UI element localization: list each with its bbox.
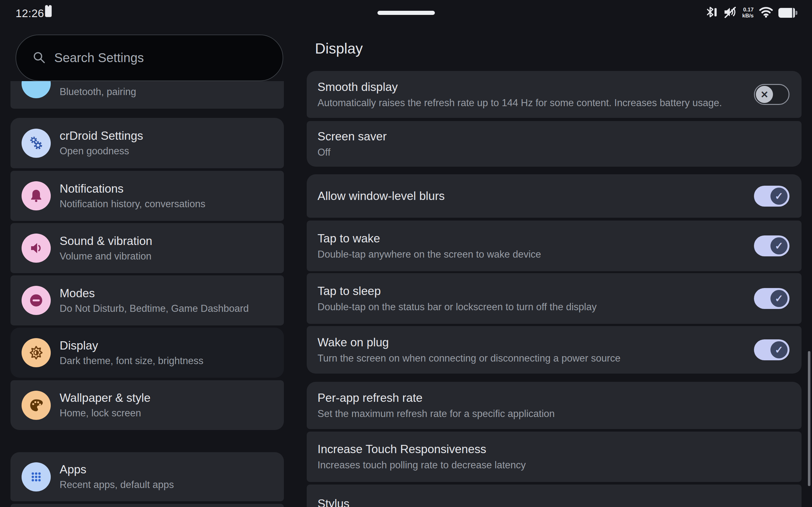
- row-title: Smooth display: [317, 80, 741, 94]
- toggle-thumb: [770, 290, 788, 307]
- sidebar-item-modes[interactable]: Modes Do Not Disturb, Bedtime, Game Dash…: [10, 275, 284, 326]
- row-title: Screen saver: [317, 130, 741, 143]
- network-speed-unit: kB/s: [742, 13, 754, 19]
- bluetooth-connected-icon: [704, 5, 717, 20]
- row-tap-to-sleep[interactable]: Tap to sleep Double-tap on the status ba…: [307, 273, 802, 324]
- wake-on-plug-toggle[interactable]: [754, 339, 790, 360]
- row-subtitle: Turn the screen on when connecting or di…: [317, 353, 741, 364]
- sidebar-item-subtitle: Open goodness: [60, 146, 143, 157]
- sidebar-item-subtitle: Volume and vibration: [60, 250, 152, 262]
- sidebar-item-title: Apps: [60, 463, 174, 476]
- row-subtitle: Set the maximum refresh rate for a speci…: [317, 408, 741, 419]
- row-title: Stylus: [317, 497, 741, 507]
- gears-icon: [21, 129, 51, 158]
- row-smooth-display[interactable]: Smooth display Automatically raises the …: [307, 71, 802, 118]
- settings-screen: 12:26 0.17 kB/s Sear: [0, 0, 812, 507]
- sidebar-item-title: Display: [60, 339, 203, 352]
- row-subtitle: Double-tap anywhere on the screen to wak…: [317, 249, 741, 260]
- bell-icon: [21, 181, 51, 210]
- sidebar-item-display[interactable]: Display Dark theme, font size, brightnes…: [10, 328, 284, 378]
- row-title: Increase Touch Responsiveness: [317, 443, 741, 456]
- allow-blurs-toggle[interactable]: [754, 186, 790, 207]
- sidebar-item-title-hidden: [60, 81, 136, 83]
- toggle-thumb: [756, 86, 773, 103]
- row-subtitle: Automatically raises the refresh rate up…: [317, 97, 741, 109]
- brightness-icon: [21, 338, 51, 367]
- tap-to-sleep-toggle[interactable]: [754, 288, 790, 309]
- page-title: Display: [315, 40, 363, 57]
- sidebar-item-subtitle: Bluetooth, pairing: [60, 86, 136, 98]
- network-speed-value: 0.17: [743, 7, 754, 13]
- row-per-app-refresh-rate[interactable]: Per-app refresh rate Set the maximum ref…: [307, 382, 802, 429]
- toggle-thumb: [770, 187, 788, 205]
- row-title: Tap to sleep: [317, 285, 741, 298]
- status-icons: 0.17 kB/s: [704, 4, 798, 21]
- row-screen-saver[interactable]: Screen saver Off: [307, 121, 802, 167]
- sidebar-item-sound-vibration[interactable]: Sound & vibration Volume and vibration: [10, 223, 284, 273]
- sidebar-item-partial-bottom[interactable]: [10, 504, 284, 507]
- row-stylus[interactable]: Stylus: [307, 485, 802, 507]
- sidebar-item-notifications[interactable]: Notifications Notification history, conv…: [10, 171, 284, 221]
- row-allow-window-level-blurs[interactable]: Allow window-level blurs: [307, 174, 802, 218]
- sidebar-item-connected-devices-partial[interactable]: Bluetooth, pairing: [10, 81, 284, 109]
- speaker-icon: [21, 233, 51, 263]
- palette-icon: [21, 391, 51, 420]
- battery-icon: [778, 8, 798, 18]
- volume-muted-icon: [722, 5, 737, 20]
- sidebar-item-title: Modes: [60, 287, 249, 300]
- clock: 12:26: [15, 7, 44, 20]
- sidebar-item-subtitle: Do Not Disturb, Bedtime, Game Dashboard: [60, 303, 249, 314]
- row-increase-touch-responsiveness[interactable]: Increase Touch Responsiveness Increases …: [307, 432, 802, 482]
- do-not-disturb-icon: [21, 286, 51, 315]
- row-title: Allow window-level blurs: [317, 189, 741, 203]
- toggle-thumb: [770, 237, 788, 255]
- sidebar-item-subtitle: Dark theme, font size, brightness: [60, 355, 203, 367]
- row-title: Per-app refresh rate: [317, 391, 741, 405]
- toggle-thumb: [770, 341, 788, 358]
- drag-handle[interactable]: [377, 11, 435, 15]
- row-tap-to-wake[interactable]: Tap to wake Double-tap anywhere on the s…: [307, 221, 802, 271]
- sidebar-item-subtitle: Recent apps, default apps: [60, 479, 174, 491]
- sidebar-item-title: Wallpaper & style: [60, 391, 151, 405]
- row-wake-on-plug[interactable]: Wake on plug Turn the screen on when con…: [307, 326, 802, 374]
- sidebar-item-apps[interactable]: Apps Recent apps, default apps: [10, 452, 284, 501]
- sidebar-item-title: Sound & vibration: [60, 234, 152, 248]
- device-status-icon: [44, 4, 52, 19]
- network-speed: 0.17 kB/s: [742, 7, 754, 19]
- sidebar-item-title: crDroid Settings: [60, 129, 143, 143]
- row-title: Tap to wake: [317, 232, 741, 245]
- tap-to-wake-toggle[interactable]: [754, 235, 790, 257]
- search-input[interactable]: Search Settings: [15, 35, 283, 81]
- scrollbar[interactable]: [808, 351, 810, 486]
- sidebar-item-title: Notifications: [60, 182, 205, 195]
- row-value: Off: [317, 147, 741, 158]
- sidebar-item-crdroid-settings[interactable]: crDroid Settings Open goodness: [10, 118, 284, 168]
- wifi-icon: [759, 6, 773, 19]
- search-icon: [32, 50, 46, 66]
- smooth-display-toggle[interactable]: [754, 84, 790, 105]
- row-title: Wake on plug: [317, 336, 741, 349]
- row-subtitle: Increases touch polling rate to decrease…: [317, 459, 741, 471]
- sidebar-item-subtitle: Home, lock screen: [60, 407, 151, 419]
- search-placeholder: Search Settings: [54, 51, 144, 65]
- row-subtitle: Double-tap on the status bar or lockscre…: [317, 301, 741, 313]
- connected-devices-icon: [21, 81, 51, 98]
- sidebar-item-wallpaper-style[interactable]: Wallpaper & style Home, lock screen: [10, 380, 284, 430]
- apps-grid-icon: [21, 462, 51, 492]
- sidebar-item-subtitle: Notification history, conversations: [60, 199, 205, 210]
